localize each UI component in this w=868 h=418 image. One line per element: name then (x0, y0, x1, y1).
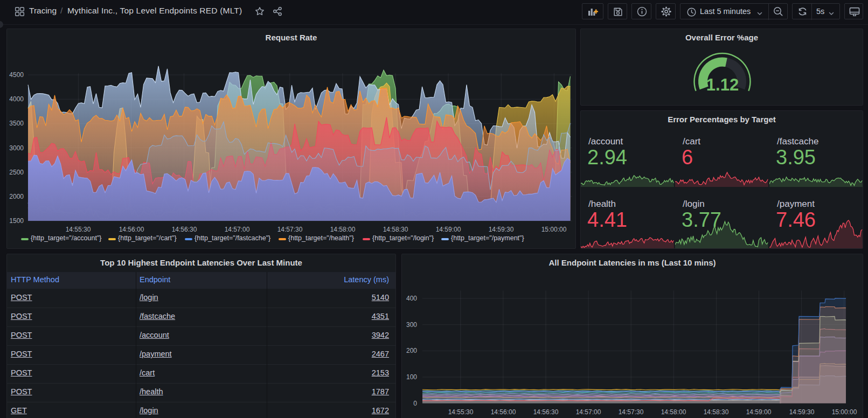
svg-text:1.12: 1.12 (706, 75, 739, 94)
